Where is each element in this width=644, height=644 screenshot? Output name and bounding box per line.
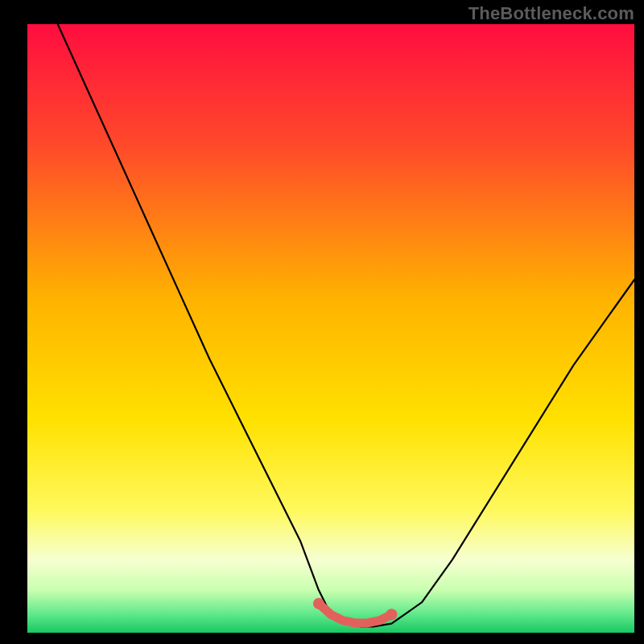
bottom-hump-endcap: [386, 609, 397, 620]
bottleneck-chart: [0, 0, 644, 644]
plot-area: [27, 24, 634, 633]
chart-frame: { "watermark": "TheBottleneck.com", "col…: [0, 0, 644, 644]
watermark-text: TheBottleneck.com: [469, 3, 634, 24]
bottom-hump-endcap: [313, 598, 324, 609]
